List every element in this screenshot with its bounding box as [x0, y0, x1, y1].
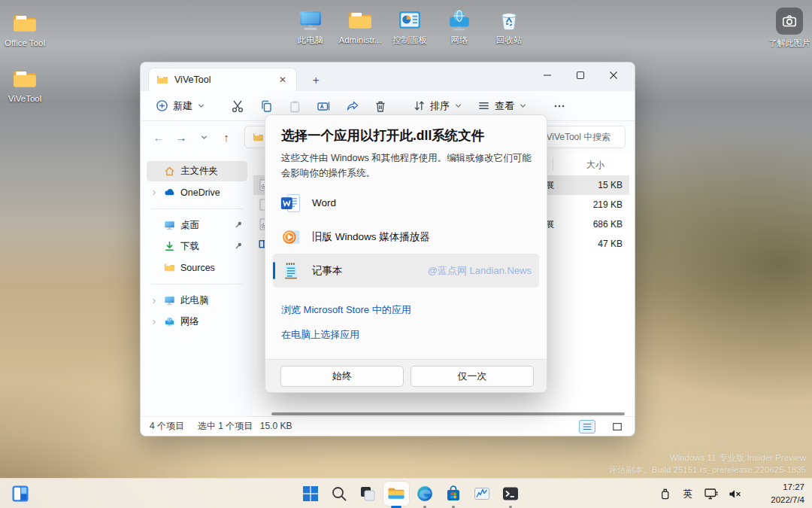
list-view-icon	[581, 421, 593, 432]
file-size: 15 KB	[598, 180, 623, 190]
maximize-button[interactable]	[564, 62, 597, 88]
title-bar[interactable]: ViVeTool ✕ ＋	[141, 62, 635, 91]
sort-label: 排序	[430, 99, 450, 113]
content-view-icon	[611, 421, 623, 432]
folder-icon	[347, 8, 373, 33]
app-option-word[interactable]: Word	[273, 186, 539, 220]
sidebar-item-sources[interactable]: Sources	[147, 257, 247, 278]
browse-store-link[interactable]: 浏览 Microsoft Store 中的应用	[281, 303, 411, 317]
watermark-line1: Windows 11 专业版 Insider Preview	[608, 452, 806, 464]
this-pc-icon	[164, 295, 175, 306]
content-view-toggle[interactable]	[609, 420, 626, 433]
selection-info: 选中 1 个项目 15.0 KB	[198, 420, 292, 433]
search-button[interactable]	[326, 482, 352, 506]
task-manager-button[interactable]	[469, 482, 495, 506]
choose-app-on-pc-link[interactable]: 在电脑上选择应用	[281, 328, 359, 342]
store-button[interactable]	[441, 482, 466, 506]
back-button[interactable]: ←	[150, 127, 168, 147]
just-once-button[interactable]: 仅一次	[411, 366, 534, 387]
status-bar: 4 个项目 选中 1 个项目 15.0 KB	[141, 416, 635, 436]
desktop-icon-recycle-bin[interactable]: 回收站	[484, 8, 534, 45]
app-name: 记事本	[312, 264, 343, 278]
volume-tray-button[interactable]	[726, 485, 743, 502]
chevron-down-icon	[454, 102, 462, 110]
view-button[interactable]: 查看	[471, 96, 533, 116]
selection-count: 选中 1 个项目	[198, 421, 253, 431]
taskbar-center	[298, 482, 523, 506]
file-explorer-button[interactable]	[383, 482, 409, 506]
desktop-icon-this-pc[interactable]: 此电脑	[286, 8, 335, 45]
view-label: 查看	[495, 99, 514, 113]
this-pc-icon	[298, 8, 323, 33]
app-option-notepad[interactable]: 记事本 @蓝点网 Landian.News	[273, 254, 539, 287]
recent-locations-button[interactable]	[195, 127, 213, 147]
desktop-icon-label: ViVeTool	[8, 94, 42, 104]
sidebar-item-home[interactable]: 主文件夹	[147, 161, 247, 181]
cut-button[interactable]	[225, 96, 250, 116]
sidebar-item-onedrive[interactable]: OneDrive	[147, 182, 247, 202]
pin-icon	[235, 242, 243, 252]
new-button[interactable]: 新建	[150, 96, 211, 116]
rename-button[interactable]	[311, 96, 336, 116]
network-tray-button[interactable]	[703, 485, 720, 502]
more-button[interactable]	[547, 96, 572, 116]
sidebar-item-label: 桌面	[180, 219, 199, 232]
safely-remove-hardware-button[interactable]	[656, 485, 673, 502]
app-option-media-player[interactable]: 旧版 Windows 媒体播放器	[273, 220, 539, 254]
start-button[interactable]	[298, 482, 323, 506]
forward-button[interactable]: →	[172, 127, 190, 147]
sidebar-item-label: Sources	[180, 263, 215, 273]
task-view-icon	[359, 485, 377, 503]
new-tab-button[interactable]: ＋	[308, 71, 324, 88]
sidebar-item-network[interactable]: 网络	[147, 312, 247, 332]
sidebar-item-desktop[interactable]: 桌面	[147, 215, 247, 236]
size-column-header[interactable]: 大小	[586, 159, 604, 172]
learn-picture-button[interactable]	[776, 8, 803, 35]
explorer-tab[interactable]: ViVeTool ✕	[148, 68, 297, 91]
clock[interactable]: 17:27 2022/7/4	[771, 481, 804, 506]
desktop-icon-office-tool[interactable]: Office Tool	[0, 11, 50, 48]
terminal-button[interactable]	[498, 482, 523, 506]
paste-button[interactable]	[282, 96, 308, 116]
desktop-icon-network[interactable]: 网络	[435, 8, 484, 45]
folder-icon	[12, 66, 38, 92]
chevron-right-icon[interactable]	[150, 189, 159, 196]
sidebar-divider	[151, 208, 243, 209]
up-button[interactable]: ↑	[217, 127, 235, 147]
details-view-toggle[interactable]	[579, 420, 595, 433]
tab-close-icon[interactable]: ✕	[275, 72, 290, 87]
widgets-button[interactable]	[8, 482, 33, 506]
copy-button[interactable]	[253, 96, 279, 116]
horizontal-scrollbar[interactable]	[271, 412, 625, 415]
cut-icon	[231, 99, 244, 113]
chevron-right-icon[interactable]	[150, 318, 159, 326]
close-button[interactable]	[597, 62, 630, 88]
learn-picture-widget: 了解此图片	[768, 8, 810, 49]
tab-title: ViVeTool	[174, 75, 211, 85]
minimize-button[interactable]	[531, 62, 564, 88]
share-icon	[345, 99, 359, 113]
share-button[interactable]	[339, 96, 365, 116]
desktop-icon-administrator[interactable]: Administr...	[335, 8, 385, 45]
app-name: Word	[312, 197, 336, 208]
edge-button[interactable]	[412, 482, 438, 506]
folder-icon	[12, 11, 38, 36]
sidebar-item-downloads[interactable]: 下载	[147, 236, 247, 257]
always-button[interactable]: 始终	[280, 366, 404, 387]
sidebar-item-label: 下载	[180, 240, 199, 253]
network-icon	[164, 316, 175, 327]
desktop-icon-control-panel[interactable]: 控制面板	[385, 8, 435, 45]
desktop-icon-vivetool[interactable]: ViVeTool	[0, 66, 50, 104]
delete-button[interactable]	[368, 96, 393, 116]
task-view-button[interactable]	[355, 482, 380, 506]
sidebar-item-this-pc[interactable]: 此电脑	[147, 291, 247, 311]
desktop-icon-label: Office Tool	[5, 38, 45, 48]
sort-button[interactable]: 排序	[407, 96, 468, 116]
ime-indicator[interactable]: 英	[680, 485, 696, 502]
chevron-right-icon[interactable]	[150, 297, 159, 305]
usb-eject-icon	[659, 488, 671, 500]
sidebar-item-label: 网络	[180, 315, 199, 328]
copy-icon	[259, 99, 273, 113]
terminal-icon	[501, 485, 520, 503]
desktop-icon-label: 网络	[451, 35, 468, 45]
